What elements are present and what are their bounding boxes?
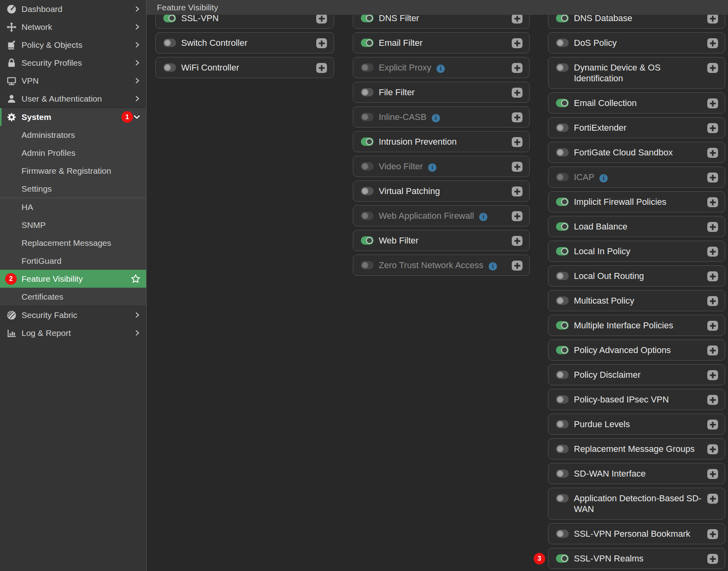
file-filter-add-button[interactable]: [512, 88, 523, 98]
fortiextender-toggle[interactable]: [556, 124, 569, 132]
info-icon[interactable]: [432, 114, 440, 122]
local-out-routing-add-button[interactable]: [707, 271, 718, 281]
wifi-controller-toggle[interactable]: [163, 63, 176, 72]
sidebar-item-fortiguard[interactable]: FortiGuard: [0, 252, 146, 270]
policy-disclaimer-toggle[interactable]: [556, 371, 569, 379]
sidebar-item-certificates[interactable]: Certificates: [0, 288, 146, 306]
info-icon[interactable]: [479, 213, 487, 221]
policy-based-ipsec-vpn-toggle[interactable]: [556, 395, 569, 404]
email-collection-toggle[interactable]: [556, 99, 569, 107]
sidebar-item-network[interactable]: Network: [0, 18, 146, 36]
intrusion-prevention-add-button[interactable]: [512, 137, 523, 147]
email-filter-toggle[interactable]: [361, 39, 374, 47]
explicit-proxy-add-button[interactable]: [512, 63, 523, 73]
ssl-vpn-add-button[interactable]: [316, 14, 327, 24]
multicast-policy-add-button[interactable]: [707, 296, 718, 306]
feature-column-2: DNS FilterEmail FilterExplicit ProxyFile…: [353, 8, 530, 276]
policy-advanced-options-toggle[interactable]: [556, 346, 569, 354]
email-filter-add-button[interactable]: [512, 38, 523, 48]
sidebar-item-user-authentication[interactable]: User & Authentication: [0, 90, 146, 108]
icap-add-button[interactable]: [707, 173, 718, 182]
policy-advanced-options-add-button[interactable]: [707, 345, 718, 355]
email-collection-add-button[interactable]: [707, 98, 718, 108]
sidebar-item-feature-visibility[interactable]: 2Feature Visibility: [0, 270, 146, 288]
intrusion-prevention-toggle[interactable]: [361, 137, 374, 146]
sidebar-item-admin-profiles[interactable]: Admin Profiles: [0, 144, 146, 162]
info-icon[interactable]: [599, 174, 608, 182]
sd-wan-interface-add-button[interactable]: [707, 469, 718, 479]
sidebar-item-security-fabric[interactable]: Security Fabric: [0, 306, 146, 324]
sidebar-item-security-profiles[interactable]: Security Profiles: [0, 54, 146, 72]
multiple-interface-policies-add-button[interactable]: [707, 321, 718, 331]
sd-wan-interface-toggle[interactable]: [556, 469, 569, 478]
file-filter-toggle[interactable]: [361, 88, 374, 96]
local-out-routing-toggle[interactable]: [556, 272, 569, 280]
inline-casb-add-button[interactable]: [512, 112, 523, 122]
replacement-message-groups-add-button[interactable]: [707, 444, 718, 454]
wifi-controller-add-button[interactable]: [316, 63, 327, 73]
explicit-proxy-toggle[interactable]: [361, 63, 374, 72]
dns-database-add-button[interactable]: [707, 14, 718, 24]
sidebar-item-vpn[interactable]: VPN: [0, 72, 146, 90]
application-detection-based-sd-wan-toggle[interactable]: [556, 494, 569, 502]
inline-casb-toggle[interactable]: [361, 113, 374, 121]
sidebar-item-settings[interactable]: Settings: [0, 180, 146, 198]
policy-disclaimer-add-button[interactable]: [707, 370, 718, 380]
sidebar-item-ha[interactable]: HA: [0, 198, 146, 216]
local-in-policy-add-button[interactable]: [707, 247, 718, 257]
sidebar-item-system[interactable]: System1: [0, 108, 146, 126]
sidebar-item-administrators[interactable]: Administrators: [0, 126, 146, 144]
multicast-policy-toggle[interactable]: [556, 296, 569, 305]
fortiextender-add-button[interactable]: [707, 123, 718, 133]
dos-policy-add-button[interactable]: [707, 38, 718, 48]
video-filter-add-button[interactable]: [512, 162, 523, 172]
ssl-vpn-personal-bookmark-toggle[interactable]: [556, 530, 569, 538]
zero-trust-network-access-add-button[interactable]: [512, 261, 523, 271]
dns-filter-toggle[interactable]: [361, 14, 374, 22]
dynamic-device-os-identification-add-button[interactable]: [707, 63, 718, 73]
sidebar-item-dashboard[interactable]: Dashboard: [0, 0, 146, 18]
fortigate-cloud-sandbox-toggle[interactable]: [556, 148, 569, 157]
policy-based-ipsec-vpn-add-button[interactable]: [707, 395, 718, 405]
icap-toggle[interactable]: [556, 173, 569, 181]
dos-policy-toggle[interactable]: [556, 39, 569, 47]
implicit-firewall-policies-toggle[interactable]: [556, 198, 569, 206]
favorite-star-icon[interactable]: [131, 274, 141, 284]
info-icon[interactable]: [489, 262, 497, 271]
load-balance-add-button[interactable]: [707, 222, 718, 232]
ssl-vpn-realms-toggle[interactable]: [556, 554, 569, 563]
sidebar-item-policy-objects[interactable]: Policy & Objects: [0, 36, 146, 54]
web-application-firewall-add-button[interactable]: [512, 211, 523, 221]
web-application-firewall-toggle[interactable]: [361, 212, 374, 220]
zero-trust-network-access-toggle[interactable]: [361, 261, 374, 269]
fortigate-cloud-sandbox-add-button[interactable]: [707, 148, 718, 158]
dns-filter-add-button[interactable]: [512, 14, 523, 24]
info-icon[interactable]: [428, 163, 436, 172]
sidebar-item-snmp[interactable]: SNMP: [0, 216, 146, 234]
dynamic-device-os-identification-toggle[interactable]: [556, 63, 569, 72]
web-filter-add-button[interactable]: [512, 236, 523, 246]
info-icon[interactable]: [436, 65, 445, 73]
web-filter-toggle[interactable]: [361, 236, 374, 245]
video-filter-toggle[interactable]: [361, 162, 374, 171]
sidebar-item-log-report[interactable]: Log & Report: [0, 324, 146, 342]
dns-database-toggle[interactable]: [556, 14, 569, 22]
virtual-patching-add-button[interactable]: [512, 186, 523, 196]
replacement-message-groups-toggle[interactable]: [556, 445, 569, 453]
purdue-levels-toggle[interactable]: [556, 420, 569, 428]
sidebar-item-firmware-registration[interactable]: Firmware & Registration: [0, 162, 146, 180]
sidebar-item-replacement-messages[interactable]: Replacement Messages: [0, 234, 146, 252]
local-in-policy-toggle[interactable]: [556, 247, 569, 255]
purdue-levels-add-button[interactable]: [707, 420, 718, 430]
load-balance-toggle[interactable]: [556, 222, 569, 231]
implicit-firewall-policies-add-button[interactable]: [707, 197, 718, 207]
ssl-vpn-personal-bookmark-add-button[interactable]: [707, 529, 718, 539]
ssl-vpn-toggle[interactable]: [163, 14, 176, 22]
virtual-patching-toggle[interactable]: [361, 187, 374, 195]
feature-card-multiple-interface-policies: Multiple Interface Policies: [548, 315, 725, 336]
ssl-vpn-realms-add-button[interactable]: [707, 554, 718, 564]
switch-controller-toggle[interactable]: [163, 39, 176, 47]
application-detection-based-sd-wan-add-button[interactable]: [707, 494, 718, 504]
multiple-interface-policies-toggle[interactable]: [556, 321, 569, 330]
switch-controller-add-button[interactable]: [316, 38, 327, 48]
